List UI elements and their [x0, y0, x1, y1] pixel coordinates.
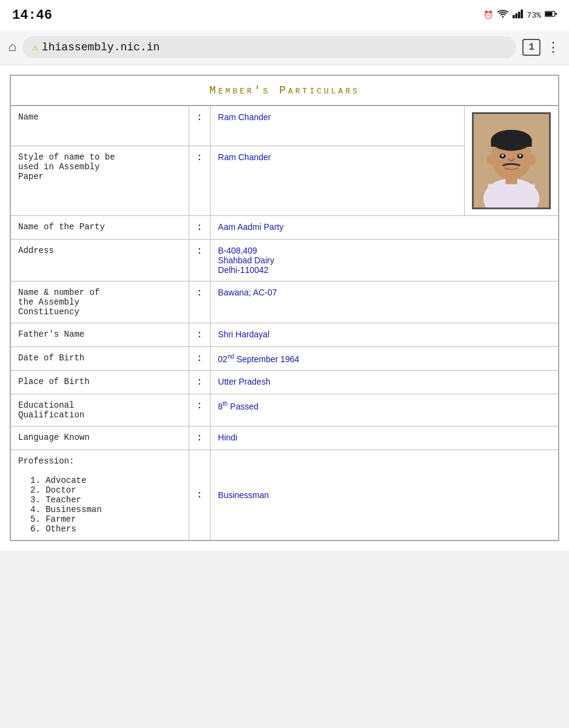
svg-point-19	[487, 154, 495, 164]
field-value-father: Shri Hardayal	[210, 323, 559, 347]
table-row: Profession: 1. Advocate 2. Doctor 3. Tea…	[10, 450, 559, 541]
field-value-party: Aam Aadmi Party	[210, 216, 559, 240]
field-value-pob: Utter Pradesh	[210, 371, 559, 394]
colon-profession: :	[189, 450, 210, 541]
svg-rect-7	[556, 13, 557, 15]
field-value-address: B-408,409Shahbad DairyDelhi-110042	[210, 240, 559, 281]
table-row: Date of Birth : 02nd September 1964	[10, 347, 559, 371]
field-value-constituency: Bawana; AC-07	[210, 281, 559, 323]
field-value-language: Hindi	[210, 426, 559, 450]
field-label-party: Name of the Party	[10, 216, 189, 240]
svg-rect-2	[515, 13, 517, 18]
svg-point-17	[502, 154, 504, 157]
alarm-icon: ⏰	[483, 10, 493, 20]
svg-point-0	[502, 16, 503, 18]
svg-point-18	[519, 154, 522, 157]
field-label-language: Language Known	[10, 426, 189, 450]
browser-chrome: ⌂ ⚠ lhiassembly.nic.in 1 ⋮	[0, 30, 569, 65]
colon-pob: :	[189, 371, 210, 394]
table-row: Address : B-408,409Shahbad DairyDelhi-11…	[10, 240, 559, 281]
field-value-profession: Businessman	[210, 450, 559, 541]
colon-father: :	[189, 323, 210, 347]
wifi-icon	[497, 9, 509, 21]
table-header: Member's Particulars	[10, 75, 559, 106]
more-button[interactable]: ⋮	[547, 39, 561, 56]
status-time: 14:46	[12, 8, 52, 23]
colon-party: :	[189, 216, 210, 240]
table-row: Name : Ram Chander	[10, 106, 559, 146]
field-value-edu: 8th Passed	[210, 394, 559, 426]
field-value-name: Ram Chander	[210, 106, 465, 146]
table-row: Name of the Party : Aam Aadmi Party	[10, 216, 559, 240]
field-label-edu: EducationalQualification	[10, 394, 189, 426]
colon-language: :	[189, 426, 210, 450]
field-value-dob: 02nd September 1964	[210, 347, 559, 371]
field-label-father: Father's Name	[10, 323, 189, 347]
colon-address: :	[189, 240, 210, 281]
svg-rect-6	[545, 12, 553, 16]
page-content: Member's Particulars Name : Ram Chander	[0, 65, 569, 551]
colon-name: :	[189, 106, 210, 146]
home-button[interactable]: ⌂	[8, 40, 16, 55]
svg-rect-14	[491, 140, 531, 147]
svg-point-20	[528, 154, 536, 164]
warning-icon: ⚠	[32, 41, 38, 53]
svg-rect-4	[520, 10, 523, 18]
field-label-style: Style of name to beused in AssemblyPaper	[10, 146, 189, 215]
table-row: Father's Name : Shri Hardayal	[10, 323, 559, 347]
field-label-constituency: Name & number ofthe AssemblyConstituency	[10, 281, 189, 323]
field-label-pob: Place of Birth	[10, 371, 189, 394]
members-particulars-table: Member's Particulars Name : Ram Chander	[10, 75, 559, 541]
status-icons: ⏰ 73%	[483, 9, 557, 21]
table-row: Name & number ofthe AssemblyConstituency…	[10, 281, 559, 323]
table-row: Place of Birth : Utter Pradesh	[10, 371, 559, 394]
status-bar: 14:46 ⏰ 73%	[0, 0, 569, 30]
table-row: Language Known : Hindi	[10, 426, 559, 450]
colon-constituency: :	[189, 281, 210, 323]
field-label-profession: Profession: 1. Advocate 2. Doctor 3. Tea…	[10, 450, 189, 541]
colon-style: :	[189, 146, 210, 215]
colon-edu: :	[189, 394, 210, 426]
field-label-dob: Date of Birth	[10, 347, 189, 371]
battery-icon	[545, 10, 557, 21]
photo-cell	[465, 106, 559, 216]
member-photo	[472, 112, 551, 209]
field-value-style: Ram Chander	[210, 146, 465, 215]
battery-text: 73%	[527, 11, 541, 20]
field-label-address: Address	[10, 240, 189, 281]
table-row: EducationalQualification : 8th Passed	[10, 394, 559, 426]
svg-rect-10	[488, 184, 535, 208]
url-text: lhiassembly.nic.in	[42, 41, 160, 53]
colon-dob: :	[189, 347, 210, 371]
field-label-name: Name	[10, 106, 189, 146]
svg-rect-1	[513, 15, 515, 18]
svg-rect-3	[518, 12, 520, 18]
signal-icon	[513, 9, 524, 21]
address-bar[interactable]: ⚠ lhiassembly.nic.in	[22, 36, 516, 58]
tab-button[interactable]: 1	[522, 39, 540, 56]
